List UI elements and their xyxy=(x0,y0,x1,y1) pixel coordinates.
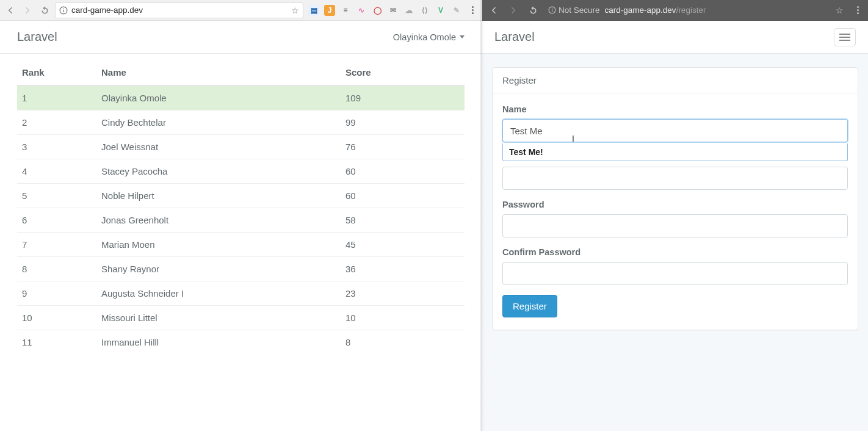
cell-score: 58 xyxy=(341,208,465,233)
cell-name: Marian Moen xyxy=(96,233,341,257)
cell-score: 36 xyxy=(341,257,465,281)
cell-rank: 8 xyxy=(17,257,96,281)
svg-rect-5 xyxy=(552,8,552,9)
table-row: 2Cindy Bechtelar99 xyxy=(17,110,465,135)
cell-name: Cindy Bechtelar xyxy=(96,110,341,135)
name-label: Name xyxy=(502,104,848,114)
address-bar-left[interactable]: card-game-app.dev ☆ xyxy=(55,2,303,18)
browser-menu-button[interactable] xyxy=(467,4,478,16)
extension-icon[interactable]: ☁ xyxy=(403,5,414,16)
extension-icon[interactable]: ▤ xyxy=(308,5,319,16)
extension-icon[interactable]: V xyxy=(435,5,446,16)
table-row: 11Immanuel Hilll8 xyxy=(17,330,465,355)
register-panel: Register Name Test Me! I E-Mail Address xyxy=(492,67,858,330)
browser-toolbar-right: Not Secure card-game-app.dev/register ☆ xyxy=(482,0,868,21)
cell-rank: 10 xyxy=(17,306,96,330)
hamburger-button[interactable] xyxy=(834,28,856,46)
cell-score: 8 xyxy=(341,330,465,355)
cell-rank: 5 xyxy=(17,184,96,208)
cell-name: Noble Hilpert xyxy=(96,184,341,208)
cell-rank: 1 xyxy=(17,85,96,110)
extension-icon[interactable]: ≡ xyxy=(340,5,351,16)
panel-title: Register xyxy=(493,68,858,93)
back-button[interactable] xyxy=(487,4,501,17)
user-menu[interactable]: Olayinka Omole xyxy=(393,32,465,42)
cell-name: Joel Weissnat xyxy=(96,135,341,159)
app-navbar-left: Laravel Olayinka Omole xyxy=(0,21,482,54)
extension-tray: ▤ J ≡ ∿ ◯ ✉ ☁ ⟨⟩ V ✎ xyxy=(307,5,463,16)
table-row: 8Shany Raynor36 xyxy=(17,257,465,281)
info-icon xyxy=(59,6,68,15)
col-header-rank: Rank xyxy=(17,60,96,85)
svg-rect-1 xyxy=(63,9,63,12)
register-button[interactable]: Register xyxy=(502,295,557,317)
table-row: 9Augusta Schneider I23 xyxy=(17,281,465,306)
name-input[interactable] xyxy=(502,119,848,142)
col-header-score: Score xyxy=(341,60,465,85)
address-url: card-game-app.dev xyxy=(71,5,288,15)
cell-name: Olayinka Omole xyxy=(96,85,341,110)
cell-score: 60 xyxy=(341,159,465,184)
svg-rect-2 xyxy=(63,8,63,9)
table-row: 1Olayinka Omole109 xyxy=(17,85,465,110)
cell-rank: 4 xyxy=(17,159,96,184)
address-url-path: /register xyxy=(676,5,706,15)
star-icon[interactable]: ☆ xyxy=(836,5,844,15)
email-input[interactable] xyxy=(502,167,848,190)
page-content-left: Laravel Olayinka Omole Rank Name Score xyxy=(0,21,482,431)
table-row: 3Joel Weissnat76 xyxy=(17,135,465,159)
cell-rank: 7 xyxy=(17,233,96,257)
cell-score: 10 xyxy=(341,306,465,330)
cell-name: Jonas Greenholt xyxy=(96,208,341,233)
cell-rank: 11 xyxy=(17,330,96,355)
cell-score: 45 xyxy=(341,233,465,257)
browser-toolbar-left: card-game-app.dev ☆ ▤ J ≡ ∿ ◯ ✉ ☁ ⟨⟩ V ✎ xyxy=(0,0,482,21)
forward-button[interactable] xyxy=(507,4,520,17)
page-content-right: Laravel Register Name Test Me! I E-Ma xyxy=(482,21,868,431)
app-navbar-right: Laravel xyxy=(482,21,868,54)
reload-button[interactable] xyxy=(526,4,540,17)
cell-rank: 9 xyxy=(17,281,96,306)
table-row: 4Stacey Pacocha60 xyxy=(17,159,465,184)
password-input[interactable] xyxy=(502,214,848,237)
cell-name: Missouri Littel xyxy=(96,306,341,330)
cell-score: 60 xyxy=(341,184,465,208)
svg-rect-4 xyxy=(552,9,552,12)
address-bar-right[interactable]: Not Secure card-game-app.dev/register ☆ xyxy=(546,2,846,18)
table-row: 7Marian Moen45 xyxy=(17,233,465,257)
cell-rank: 2 xyxy=(17,110,96,135)
col-header-name: Name xyxy=(96,60,341,85)
table-row: 10Missouri Littel10 xyxy=(17,306,465,330)
cell-score: 109 xyxy=(341,85,465,110)
extension-icon[interactable]: J xyxy=(324,5,335,16)
cell-score: 76 xyxy=(341,135,465,159)
forward-button[interactable] xyxy=(21,4,34,17)
password-label: Password xyxy=(502,200,848,209)
extension-icon[interactable]: ✉ xyxy=(388,5,399,16)
extension-icon[interactable]: ✎ xyxy=(451,5,462,16)
brand-link[interactable]: Laravel xyxy=(17,30,57,44)
security-indicator[interactable]: Not Secure xyxy=(548,5,600,15)
autocomplete-option[interactable]: Test Me! xyxy=(503,143,847,161)
brand-link[interactable]: Laravel xyxy=(494,30,535,44)
autocomplete-popup: Test Me! xyxy=(502,143,848,161)
back-button[interactable] xyxy=(4,4,17,17)
user-name: Olayinka Omole xyxy=(393,32,456,42)
cell-name: Augusta Schneider I xyxy=(96,281,341,306)
cell-rank: 3 xyxy=(17,135,96,159)
extension-icon[interactable]: ◯ xyxy=(372,5,383,16)
star-icon[interactable]: ☆ xyxy=(291,5,299,15)
table-row: 5Noble Hilpert60 xyxy=(17,184,465,208)
confirm-password-input[interactable] xyxy=(502,262,848,285)
cell-score: 99 xyxy=(341,110,465,135)
address-url-host: card-game-app.dev xyxy=(605,5,676,15)
cell-name: Immanuel Hilll xyxy=(96,330,341,355)
chevron-down-icon xyxy=(460,35,465,38)
browser-menu-button[interactable] xyxy=(852,4,863,16)
extension-icon[interactable]: ∿ xyxy=(356,5,367,16)
extension-icon[interactable]: ⟨⟩ xyxy=(419,5,430,16)
cell-rank: 6 xyxy=(17,208,96,233)
confirm-password-label: Confirm Password xyxy=(502,247,848,257)
cell-name: Stacey Pacocha xyxy=(96,159,341,184)
reload-button[interactable] xyxy=(38,4,51,17)
